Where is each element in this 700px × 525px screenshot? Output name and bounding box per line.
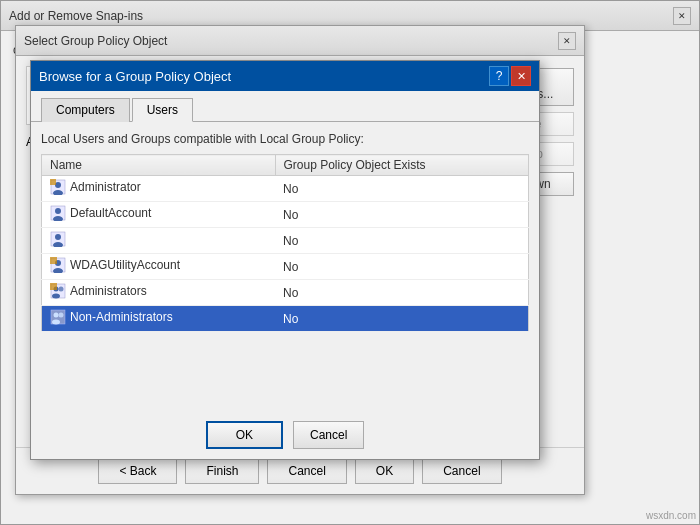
user-icon [50,205,66,221]
back-button[interactable]: < Back [98,458,177,484]
user-icon [50,179,66,195]
svg-rect-13 [50,257,57,264]
row-gpo: No [275,176,529,202]
svg-rect-3 [50,179,56,185]
users-icon [50,283,66,299]
svg-rect-18 [50,283,57,290]
row-name: WDAGUtilityAccount [42,254,276,280]
policy-table: Name Group Policy Object Exists [41,154,529,332]
row-icon-admin: Administrator [50,179,141,195]
cancel-button[interactable]: Cancel [267,458,346,484]
row-name [42,228,276,254]
col-gpo-header: Group Policy Object Exists [275,155,529,176]
tab-computers[interactable]: Computers [41,98,130,122]
cancel-button-right[interactable]: Cancel [422,458,501,484]
row-icon-default: DefaultAccount [50,205,151,221]
row-name: DefaultAccount [42,202,276,228]
finish-button[interactable]: Finish [185,458,259,484]
select-gpo-close-button[interactable]: ✕ [558,32,576,50]
row-icon-admins: Administrators [50,283,147,299]
svg-point-17 [59,287,64,292]
browse-tabs: Computers Users [31,91,539,122]
table-row[interactable]: No [42,228,529,254]
table-row[interactable]: Administrator No [42,176,529,202]
svg-point-22 [59,313,64,318]
bg-title-text: Add or Remove Snap-ins [9,9,671,23]
svg-point-5 [55,208,61,214]
tab-users[interactable]: Users [132,98,193,122]
select-gpo-title: Select Group Policy Object [24,34,556,48]
row-gpo: No [275,202,529,228]
browse-help-button[interactable]: ? [489,66,509,86]
table-row[interactable]: WDAGUtilityAccount No [42,254,529,280]
browse-close-button[interactable]: ✕ [511,66,531,86]
watermark: wsxdn.com [646,510,696,521]
svg-point-20 [54,313,59,318]
ok-button-right[interactable]: OK [355,458,414,484]
svg-point-16 [52,294,60,299]
row-icon-non-admins: Non-Administrators [50,309,173,325]
user-icon [50,231,66,247]
svg-point-21 [52,320,60,325]
browse-description: Local Users and Groups compatible with L… [41,132,529,146]
browse-title: Browse for a Group Policy Object [39,69,487,84]
browse-footer: OK Cancel [31,411,539,459]
row-icon-wdag: WDAGUtilityAccount [50,257,180,273]
row-name: Administrators [42,280,276,306]
select-gpo-title-bar: Select Group Policy Object ✕ [16,26,584,56]
table-row[interactable]: Administrators No [42,280,529,306]
row-gpo: No [275,228,529,254]
col-name-header: Name [42,155,276,176]
row-name: Non-Administrators [42,306,276,332]
browse-cancel-button[interactable]: Cancel [293,421,364,449]
row-gpo: No [275,306,529,332]
table-row[interactable]: DefaultAccount No [42,202,529,228]
row-name: Administrator [42,176,276,202]
browse-title-bar: Browse for a Group Policy Object ? ✕ [31,61,539,91]
row-icon-empty [50,231,66,247]
table-row-selected[interactable]: Non-Administrators No [42,306,529,332]
row-gpo: No [275,254,529,280]
browse-content-area: Local Users and Groups compatible with L… [31,122,539,342]
row-gpo: No [275,280,529,306]
browse-dialog: Browse for a Group Policy Object ? ✕ Com… [30,60,540,460]
bg-close-button[interactable]: ✕ [673,7,691,25]
browse-ok-button[interactable]: OK [206,421,283,449]
user-icon [50,257,66,273]
users-icon [50,309,66,325]
svg-point-8 [55,234,61,240]
